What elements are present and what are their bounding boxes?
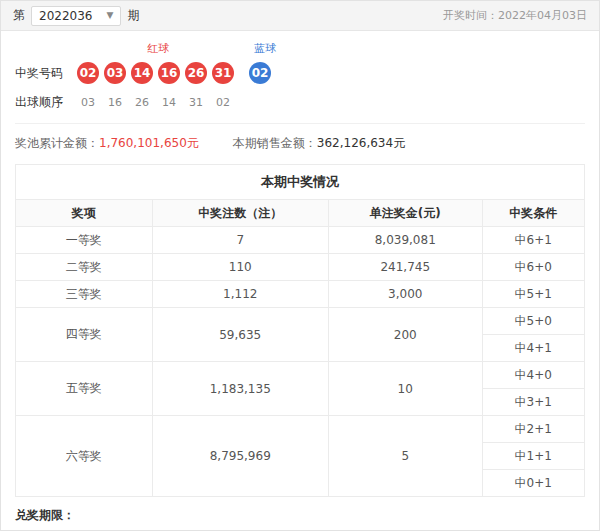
- sales-amount-value: 362,126,634元: [317, 136, 405, 150]
- red-ball: 02: [77, 62, 99, 84]
- red-ball: 26: [185, 62, 207, 84]
- winning-numbers-label: 中奖号码: [15, 66, 63, 80]
- blue-ball: 02: [249, 62, 271, 84]
- table-row: 三等奖 1,112 3,000 中5+1: [16, 281, 585, 308]
- lottery-result-page: 第 2022036 ▼ 期 开奖时间：2022年04月03日 红球 蓝球 中奖号…: [0, 0, 600, 531]
- prize-cell: 三等奖: [16, 281, 153, 308]
- draw-time-label: 开奖时间：: [443, 9, 498, 22]
- condition-cell: 中0+1: [482, 470, 584, 497]
- condition-cell: 中5+1: [482, 281, 584, 308]
- condition-cell: 中6+0: [482, 254, 584, 281]
- condition-cell: 中3+1: [482, 389, 584, 416]
- condition-cell: 中2+1: [482, 416, 584, 443]
- prize-cell: 五等奖: [16, 362, 153, 416]
- sales-amount-label: 本期销售金额：: [233, 136, 317, 150]
- redemption-info: 兑奖期限： 双色球兑奖当期有效。中奖者应当自开奖之日起60个自然日内，持中奖彩票…: [1, 497, 599, 531]
- condition-cell: 中5+0: [482, 308, 584, 335]
- order-number: 03: [77, 96, 99, 109]
- red-ball: 03: [104, 62, 126, 84]
- condition-cell: 中4+1: [482, 335, 584, 362]
- prize-table-section: 本期中奖情况 奖项 中奖注数（注） 单注奖金(元) 中奖条件 一等奖 7 8,0…: [15, 164, 585, 497]
- amount-cell: 8,039,081: [328, 227, 482, 254]
- table-row: 六等奖 8,795,969 5 中2+1: [16, 416, 585, 443]
- amounts-row: 奖池累计金额：1,760,101,650元 本期销售金额：362,126,634…: [15, 123, 585, 152]
- table-row: 五等奖 1,183,135 10 中4+0: [16, 362, 585, 389]
- prize-cell: 四等奖: [16, 308, 153, 362]
- amount-cell: 10: [328, 362, 482, 416]
- pool-amount-label: 奖池累计金额：: [15, 136, 99, 150]
- chevron-down-icon: ▼: [106, 11, 113, 20]
- count-cell: 8,795,969: [152, 416, 328, 497]
- condition-cell: 中6+1: [482, 227, 584, 254]
- period-prefix-label: 第: [13, 7, 25, 24]
- period-select[interactable]: 2022036 ▼: [31, 6, 121, 26]
- order-number: 31: [185, 96, 207, 109]
- amount-cell: 3,000: [328, 281, 482, 308]
- header-prize: 奖项: [16, 200, 153, 227]
- draw-time: 开奖时间：2022年04月03日: [443, 8, 587, 23]
- order-number: 16: [104, 96, 126, 109]
- blue-ball-group-label: 蓝球: [254, 42, 276, 55]
- sales-amount: 本期销售金额：362,126,634元: [233, 135, 405, 152]
- count-cell: 59,635: [152, 308, 328, 362]
- table-row: 四等奖 59,635 200 中5+0: [16, 308, 585, 335]
- table-row: 二等奖 110 241,745 中6+0: [16, 254, 585, 281]
- order-number: 14: [158, 96, 180, 109]
- prize-cell: 二等奖: [16, 254, 153, 281]
- winning-balls: 02 03 14 16 26 31 02: [77, 62, 271, 84]
- table-row: 一等奖 7 8,039,081 中6+1: [16, 227, 585, 254]
- topbar: 第 2022036 ▼ 期 开奖时间：2022年04月03日: [1, 1, 599, 31]
- prize-table-title: 本期中奖情况: [15, 164, 585, 199]
- amount-cell: 5: [328, 416, 482, 497]
- draw-order-label: 出球顺序: [15, 95, 63, 109]
- count-cell: 1,183,135: [152, 362, 328, 416]
- prize-cell: 六等奖: [16, 416, 153, 497]
- order-number: 02: [212, 96, 234, 109]
- count-cell: 110: [152, 254, 328, 281]
- count-cell: 7: [152, 227, 328, 254]
- period-select-value: 2022036: [39, 9, 92, 23]
- redemption-title: 兑奖期限：: [15, 507, 585, 524]
- pool-amount-value: 1,760,101,650元: [99, 136, 199, 150]
- prize-cell: 一等奖: [16, 227, 153, 254]
- count-cell: 1,112: [152, 281, 328, 308]
- period-selector-group: 第 2022036 ▼ 期: [13, 6, 139, 26]
- pool-amount: 奖池累计金额：1,760,101,650元: [15, 135, 199, 152]
- period-suffix-label: 期: [127, 7, 139, 24]
- main-content: 红球 蓝球 中奖号码 02 03 14 16 26 31 02: [1, 31, 599, 497]
- winning-numbers-row: 中奖号码 02 03 14 16 26 31 02: [15, 62, 585, 84]
- amount-cell: 241,745: [328, 254, 482, 281]
- red-ball: 16: [158, 62, 180, 84]
- red-ball: 31: [212, 62, 234, 84]
- condition-cell: 中4+0: [482, 362, 584, 389]
- amount-cell: 200: [328, 308, 482, 362]
- header-amount: 单注奖金(元): [328, 200, 482, 227]
- header-count: 中奖注数（注）: [152, 200, 328, 227]
- red-ball-group-label: 红球: [147, 42, 169, 55]
- draw-time-value: 2022年04月03日: [498, 9, 587, 22]
- table-header-row: 奖项 中奖注数（注） 单注奖金(元) 中奖条件: [16, 200, 585, 227]
- ball-group-labels: 红球 蓝球: [15, 41, 585, 56]
- condition-cell: 中1+1: [482, 443, 584, 470]
- draw-order-numbers: 03 16 26 14 31 02: [77, 96, 239, 109]
- red-ball: 14: [131, 62, 153, 84]
- draw-order-row: 出球顺序 03 16 26 14 31 02: [15, 94, 585, 111]
- header-condition: 中奖条件: [482, 200, 584, 227]
- prize-table: 奖项 中奖注数（注） 单注奖金(元) 中奖条件 一等奖 7 8,039,081 …: [15, 199, 585, 497]
- order-number: 26: [131, 96, 153, 109]
